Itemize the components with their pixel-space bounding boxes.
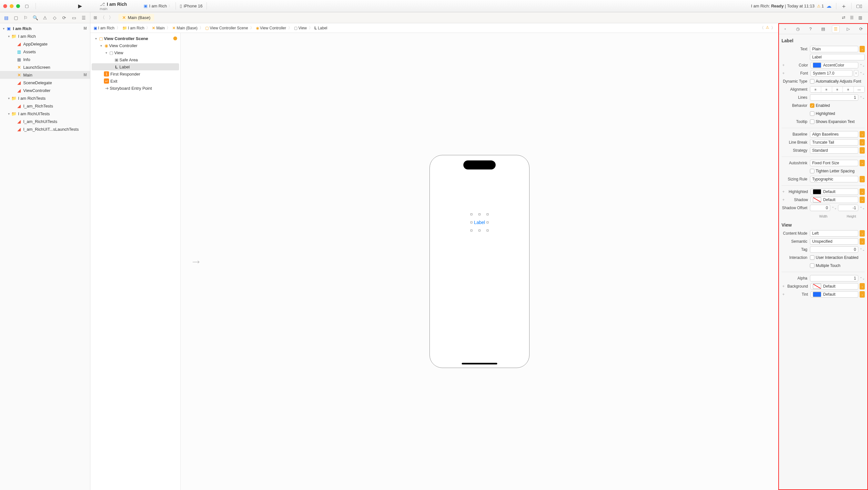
tag-input[interactable]: 0 [810, 246, 858, 253]
linebreak-dropdown[interactable]: Truncate Tail [810, 139, 858, 146]
project-navigator-icon[interactable]: ▤ [3, 15, 9, 21]
jump-item[interactable]: ▢View [294, 26, 307, 30]
shadow-width-input[interactable]: 0 [810, 205, 830, 211]
userinteraction-checkbox[interactable] [810, 255, 814, 260]
dropdown-icon[interactable]: ⌄ [860, 139, 865, 146]
device-tab[interactable]: ▯ iPhone 16 [176, 2, 207, 10]
file-row-viewcontroller[interactable]: ◢ ViewController [0, 87, 90, 94]
warning-indicator[interactable]: ⚠ 1 [817, 4, 824, 8]
align-left[interactable]: ≡ [810, 87, 821, 92]
disclosure-icon[interactable]: ▾ [104, 51, 108, 55]
resize-handle[interactable] [470, 221, 472, 223]
text-type-dropdown[interactable]: Plain [810, 46, 858, 52]
align-right[interactable]: ≡ [832, 87, 843, 92]
resize-handle[interactable] [487, 213, 489, 215]
add-button[interactable]: ＋ [841, 2, 847, 10]
file-row-uitests2[interactable]: ◢ I_am_RichUIT...sLaunchTests [0, 125, 90, 133]
dropdown-icon[interactable]: ⌄ [860, 160, 865, 166]
align-center[interactable]: ≡ [821, 87, 832, 92]
resize-handle[interactable] [487, 229, 489, 232]
align-justify[interactable]: ≡ [843, 87, 854, 92]
resize-handle[interactable] [478, 229, 480, 232]
dropdown-icon[interactable]: ⌄ [860, 147, 865, 154]
uitests-group-row[interactable]: ▾ 📁 I am RichUITests [0, 110, 90, 118]
connections-inspector-tab[interactable]: ⟳ [857, 25, 865, 33]
contentmode-dropdown[interactable]: Left [810, 230, 858, 237]
file-row-tests[interactable]: ◢ I_am_RichTests [0, 102, 90, 110]
dropdown-icon[interactable]: ⌄ [860, 176, 865, 182]
file-row-launchscreen[interactable]: ✕ LaunchScreen [0, 63, 90, 71]
highlighted-checkbox[interactable] [810, 111, 814, 116]
jump-item[interactable]: ▢View Controller Scene [205, 26, 248, 30]
dropdown-icon[interactable]: ⌄ [860, 188, 865, 195]
history-inspector-tab[interactable]: ◷ [794, 25, 802, 33]
resize-handle[interactable] [470, 229, 472, 232]
strategy-dropdown[interactable]: Standard [810, 147, 858, 154]
jump-item[interactable]: ◉View Controller [256, 26, 286, 30]
semantic-dropdown[interactable]: Unspecified [810, 238, 858, 245]
editor-split-icon[interactable]: ▥ [858, 15, 862, 20]
add-icon[interactable]: + [781, 71, 785, 75]
stepper-icon[interactable]: ⌃⌄ [860, 206, 865, 210]
tint-dropdown[interactable]: Default [811, 291, 858, 298]
dropdown-icon[interactable]: ⌄ [860, 283, 865, 289]
close-window[interactable] [3, 4, 7, 8]
find-navigator-icon[interactable]: 🔍 [32, 15, 38, 21]
next-button[interactable]: 〉 [771, 25, 775, 31]
outline-view[interactable]: ▾ ▢ View [92, 49, 179, 56]
dynamictype-checkbox[interactable] [810, 79, 814, 84]
outline-exit[interactable]: ↩ Exit [92, 78, 179, 85]
dropdown-icon[interactable]: ⌄ [860, 291, 865, 298]
selected-label[interactable]: Label [470, 213, 489, 232]
stepper-icon[interactable]: ⌃⌄ [860, 64, 865, 67]
jump-item[interactable]: LLabel [315, 26, 328, 30]
related-items-icon[interactable]: ⊞ [94, 15, 97, 20]
add-icon[interactable]: + [781, 197, 785, 202]
scheme-selector[interactable]: ⎇ I am Rich main [100, 2, 127, 11]
stepper-icon[interactable]: ⌃⌄ [832, 206, 837, 210]
project-row[interactable]: ▾ ▣ I am Rich M [0, 25, 90, 32]
resize-handle[interactable] [478, 213, 480, 215]
resize-handle[interactable] [487, 221, 489, 223]
zoom-window[interactable] [16, 4, 20, 8]
file-row-appdelegate[interactable]: ◢ AppDelegate [0, 40, 90, 48]
target-row[interactable]: ▾ 📁 I am Rich [0, 32, 90, 40]
disclosure-icon[interactable]: ▾ [94, 37, 98, 40]
text-value-input[interactable]: Label [810, 54, 865, 60]
test-navigator-icon[interactable]: ◇ [52, 15, 57, 21]
file-row-scenedelegate[interactable]: ◢ SceneDelegate [0, 79, 90, 87]
warning-icon[interactable]: ⚠ [766, 25, 769, 31]
tests-group-row[interactable]: ▾ 📁 I am RichTests [0, 94, 90, 102]
outline-vc[interactable]: ▾ ◉ View Controller [92, 42, 179, 49]
color-dropdown[interactable]: AccentColor [811, 62, 858, 68]
disclosure-icon[interactable]: ▾ [1, 27, 6, 30]
outline-label-row[interactable]: L Label [92, 63, 179, 70]
stepper-icon[interactable]: ⌃⌄ [860, 277, 865, 280]
file-inspector-tab[interactable]: ▫ [781, 25, 789, 33]
add-icon[interactable]: + [781, 189, 785, 194]
shadow-height-input[interactable]: -1 [838, 205, 858, 211]
disclosure-icon[interactable]: ▾ [6, 96, 11, 100]
font-picker-button[interactable]: T [854, 70, 858, 76]
alpha-input[interactable]: 1 [810, 275, 858, 281]
outline-firstresponder[interactable]: 1 First Responder [92, 70, 179, 78]
jump-item[interactable]: ✕Main (Base) [172, 26, 197, 30]
background-dropdown[interactable]: Default [811, 283, 858, 289]
editor-swap-icon[interactable]: ⇄ [842, 15, 845, 20]
tooltip-checkbox[interactable] [810, 119, 814, 124]
sidebar-toggle-icon[interactable]: ▢ [23, 3, 30, 9]
file-row-uitests1[interactable]: ◢ I_am_RichUITests [0, 118, 90, 125]
disclosure-icon[interactable]: ▾ [6, 112, 11, 116]
disclosure-icon[interactable]: ▾ [99, 44, 103, 48]
minimize-window[interactable] [10, 4, 13, 8]
dropdown-icon[interactable]: ⌄ [860, 238, 865, 245]
shadow-dropdown[interactable]: Default [811, 196, 858, 203]
jump-item[interactable]: ▣I am Rich [94, 26, 115, 30]
lines-input[interactable]: 1 [810, 94, 858, 101]
autoshrink-dropdown[interactable]: Fixed Font Size [810, 160, 858, 166]
right-panel-toggle-icon[interactable]: ▢▯ [856, 4, 862, 8]
add-icon[interactable]: + [781, 63, 785, 67]
font-field[interactable]: System 17.0 [811, 70, 852, 76]
dropdown-icon[interactable]: ⌄ [860, 46, 865, 52]
enabled-checkbox[interactable]: ✓ [810, 103, 814, 108]
